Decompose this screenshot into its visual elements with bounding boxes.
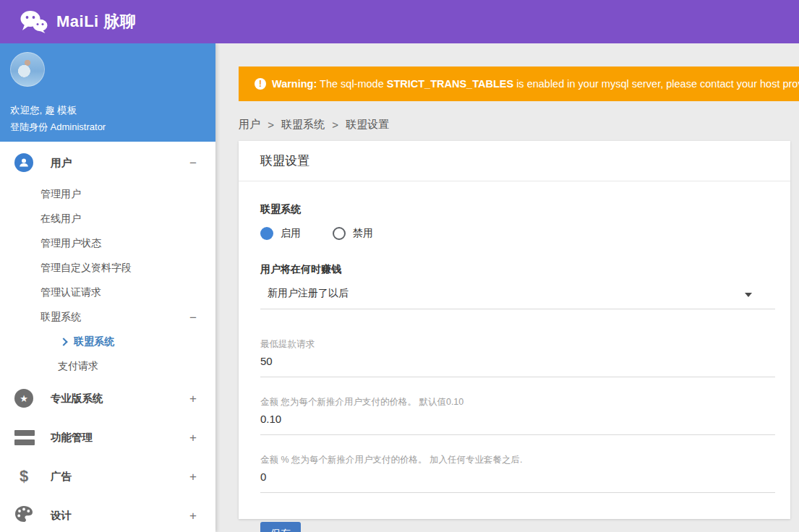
percent-per-referral-group: 金额 % 您为每个新推介用户支付的价格。 加入任何专业套餐之后. 0 [260, 454, 775, 493]
sidebar-section-users[interactable]: 用户 − [0, 143, 215, 182]
sidebar-section-label: 功能管理 [51, 431, 93, 445]
warning-banner: ! Warning: The sql-mode STRICT_TRANS_TAB… [239, 66, 799, 101]
main-content: ! Warning: The sql-mode STRICT_TRANS_TAB… [215, 43, 799, 532]
radio-label: 启用 [281, 227, 301, 240]
sidebar-section-features[interactable]: 功能管理 + [0, 418, 215, 457]
amount-per-referral-group: 金额 您为每个新推介用户支付的价格。 默认值0.10 0.10 [260, 396, 775, 435]
star-icon: ★ [14, 389, 33, 408]
sidebar-section-label: 专业版系统 [51, 392, 103, 406]
page-title: 联盟设置 [260, 153, 309, 169]
min-withdrawal-group: 最低提款请求 50 [260, 338, 775, 377]
sidebar-item-user-status[interactable]: 管理用户状态 [0, 231, 215, 256]
save-button[interactable]: 保存 [260, 522, 301, 532]
expand-icon[interactable]: + [189, 471, 197, 483]
sidebar-item-label: 管理自定义资料字段 [40, 262, 132, 275]
welcome-text: 欢迎您, 趣 模板 [10, 104, 204, 117]
affiliate-settings-card: 联盟设置 联盟系统 启用 禁用 用户将在何时赚钱 [239, 141, 790, 519]
affiliate-system-label: 联盟系统 [260, 203, 775, 216]
breadcrumb-item-affiliate-settings: 联盟设置 [346, 118, 389, 130]
sidebar-item-label: 支付请求 [58, 360, 98, 373]
sidebar-item-label: 管理用户状态 [40, 237, 101, 250]
collapse-icon[interactable]: − [189, 157, 197, 169]
sidebar-nav: 用户 − 管理用户 在线用户 管理用户状态 管理自定义资料字段 管理认证请求 联… [0, 142, 215, 532]
warning-prefix: Warning: [272, 78, 317, 90]
sidebar-item-affiliates-active[interactable]: 联盟系统 [0, 330, 215, 354]
earn-when-selected-value: 新用户注册了以后 [268, 287, 349, 299]
card-header: 联盟设置 [239, 141, 790, 181]
affiliate-system-radios: 启用 禁用 [260, 227, 775, 240]
expand-icon[interactable]: + [189, 392, 197, 405]
radio-checked-icon[interactable] [260, 227, 273, 240]
sidebar-item-manage-users[interactable]: 管理用户 [0, 182, 215, 207]
sidebar-item-custom-profile-fields[interactable]: 管理自定义资料字段 [0, 256, 215, 280]
radio-enable[interactable]: 启用 [260, 227, 301, 240]
chevron-right-icon [59, 338, 67, 346]
sidebar-item-label: 在线用户 [40, 213, 81, 226]
sidebar: 欢迎您, 趣 模板 登陆身份 Administrator 用户 − 管理用户 在… [0, 43, 215, 532]
exclamation-circle-icon: ! [255, 78, 266, 90]
earn-when-select[interactable]: 新用户注册了以后 [260, 286, 775, 309]
expand-icon[interactable]: + [189, 432, 197, 444]
login-role-text: 登陆身份 Administrator [10, 121, 204, 134]
amount-per-referral-label: 金额 您为每个新推介用户支付的价格。 默认值0.10 [260, 396, 775, 408]
sidebar-section-label: 设计 [51, 509, 72, 523]
app-header: MaiLi 脉聊 [0, 0, 799, 43]
dollar-icon: $ [14, 467, 33, 486]
features-icon [14, 430, 35, 445]
wechat-logo-icon [20, 10, 48, 33]
expand-icon[interactable]: + [189, 510, 197, 522]
sidebar-item-label: 联盟系统 [74, 335, 114, 348]
sidebar-item-online-users[interactable]: 在线用户 [0, 207, 215, 231]
sidebar-group-affiliates[interactable]: 联盟系统 − [0, 305, 215, 330]
sidebar-item-label: 管理用户 [40, 188, 81, 201]
percent-per-referral-label: 金额 % 您为每个新推介用户支付的价格。 加入任何专业套餐之后. [260, 454, 775, 466]
palette-icon [14, 505, 33, 525]
collapse-icon[interactable]: − [189, 312, 197, 324]
radio-unchecked-icon[interactable] [333, 227, 346, 240]
sidebar-profile: 欢迎您, 趣 模板 登陆身份 Administrator [0, 43, 215, 142]
breadcrumb: 用户 > 联盟系统 > 联盟设置 [239, 117, 389, 132]
sidebar-section-ads[interactable]: $ 广告 + [0, 457, 215, 496]
user-icon [14, 153, 33, 172]
warning-text: is enabled in your mysql server, please … [513, 78, 799, 90]
earn-when-label: 用户将在何时赚钱 [260, 263, 775, 276]
breadcrumb-separator: > [268, 119, 274, 131]
breadcrumb-separator: > [332, 119, 338, 131]
app-title: MaiLi 脉聊 [56, 11, 136, 33]
sidebar-section-label: 广告 [51, 470, 72, 484]
breadcrumb-item-affiliates[interactable]: 联盟系统 [281, 118, 325, 130]
min-withdrawal-input[interactable]: 50 [260, 355, 775, 377]
percent-per-referral-input[interactable]: 0 [260, 471, 775, 493]
chevron-down-icon [745, 293, 752, 297]
sidebar-group-label: 联盟系统 [40, 311, 81, 324]
affiliate-system-group: 联盟系统 启用 禁用 [260, 203, 775, 240]
card-body: 联盟系统 启用 禁用 用户将在何时赚钱 新用户注册了以后 [239, 181, 790, 532]
breadcrumb-item-users[interactable]: 用户 [239, 118, 260, 130]
radio-label: 禁用 [353, 227, 373, 240]
sidebar-section-label: 用户 [51, 156, 72, 170]
sidebar-item-label: 管理认证请求 [40, 286, 101, 299]
warning-text: The sql-mode [317, 78, 386, 90]
sidebar-item-verification-requests[interactable]: 管理认证请求 [0, 280, 215, 305]
sidebar-section-design[interactable]: 设计 + [0, 496, 215, 532]
warning-sql-mode: STRICT_TRANS_TABLES [387, 78, 513, 90]
radio-disable[interactable]: 禁用 [333, 227, 373, 240]
amount-per-referral-input[interactable]: 0.10 [260, 413, 775, 435]
earn-when-group: 用户将在何时赚钱 新用户注册了以后 [260, 263, 775, 309]
sidebar-section-pro[interactable]: ★ 专业版系统 + [0, 379, 215, 418]
user-avatar[interactable] [10, 52, 45, 87]
min-withdrawal-label: 最低提款请求 [260, 338, 775, 351]
sidebar-item-payment-requests[interactable]: 支付请求 [0, 354, 215, 379]
